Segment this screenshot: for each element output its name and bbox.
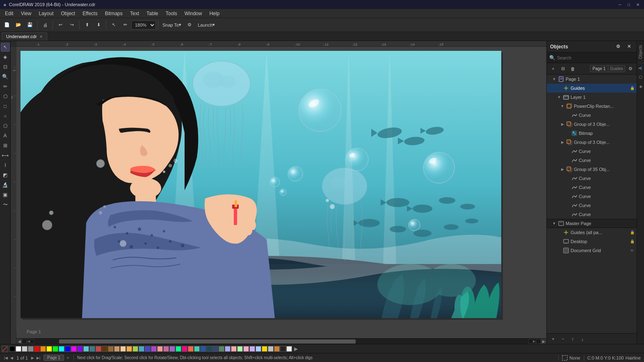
expand-layer1[interactable]: ▼ <box>557 95 562 100</box>
zoom-select[interactable]: 180% <box>131 20 156 30</box>
swatch-seafoam[interactable] <box>194 346 200 352</box>
page-nav-prev-btn[interactable]: ◀ <box>9 356 14 360</box>
obj-tool-layers-view[interactable]: ⊟ <box>558 64 567 73</box>
swatch-blush[interactable] <box>231 346 237 352</box>
tree-item-bitmap[interactable]: Bitmap <box>547 129 637 138</box>
select-tool[interactable]: ↖ <box>108 19 119 31</box>
page1-btn[interactable]: Page 1 <box>590 66 608 72</box>
select-tool-btn[interactable]: ↖ <box>1 43 10 52</box>
page-tab[interactable]: Page 1 <box>43 355 64 361</box>
swatch-red[interactable] <box>34 346 40 352</box>
swatch-coral[interactable] <box>188 346 194 352</box>
swatch-navy[interactable] <box>145 346 151 352</box>
expand-masterpage[interactable]: ▼ <box>552 221 557 226</box>
swatch-darkred[interactable] <box>96 346 101 352</box>
expand-page1[interactable]: ▼ <box>552 77 557 82</box>
freehand-tool[interactable]: ✏ <box>120 19 130 31</box>
tree-item-curve3[interactable]: Curve <box>547 156 637 165</box>
expand-guides[interactable] <box>557 86 562 91</box>
menu-window[interactable]: Window <box>181 10 206 17</box>
menu-tools[interactable]: Tools <box>162 10 180 17</box>
tree-item-curve1[interactable]: Curve <box>547 111 637 120</box>
swatch-sky[interactable] <box>139 346 144 352</box>
interactive-fill-btn[interactable]: ▣ <box>1 190 10 199</box>
swatch-purple[interactable] <box>77 346 83 352</box>
smart-fill-btn[interactable]: ⬡ <box>1 92 10 101</box>
accent-color[interactable]: ◈ <box>637 82 644 92</box>
swatch-mint[interactable] <box>176 346 181 352</box>
swatch-forest[interactable] <box>219 346 224 352</box>
swatch-gray[interactable] <box>28 346 34 352</box>
menu-edit[interactable]: Edit <box>2 10 17 17</box>
swatch-hotpink[interactable] <box>163 346 169 352</box>
menu-layout[interactable]: Layout <box>35 10 57 17</box>
print-button[interactable]: 🖨 <box>40 19 50 31</box>
minimize-button[interactable]: ─ <box>617 2 623 7</box>
tree-item-curve2[interactable]: Curve <box>547 147 637 156</box>
add-page-btn[interactable]: ＋ <box>66 355 70 361</box>
swatch-white[interactable] <box>16 346 21 352</box>
tree-item-powerclip[interactable]: ▼ PowerClip Rectan... <box>547 102 637 111</box>
node-tool-btn[interactable]: ◈ <box>1 52 10 61</box>
swatch-tan[interactable] <box>108 346 114 352</box>
swatch-silver[interactable] <box>268 346 274 352</box>
swatch-lilac[interactable] <box>249 346 255 352</box>
swatch-darkteal[interactable] <box>89 346 95 352</box>
scroll-thumb-h[interactable] <box>59 339 355 344</box>
open-button[interactable]: 📂 <box>13 19 24 31</box>
swatch-orange[interactable] <box>40 346 46 352</box>
swatch-blue[interactable] <box>65 346 71 352</box>
menu-help[interactable]: Help <box>206 10 223 17</box>
tree-item-curve4[interactable]: Curve <box>547 174 637 183</box>
tree-item-layer1[interactable]: ▼ Layer 1 <box>547 93 637 102</box>
docgrid-eye-btn[interactable]: 👁 <box>629 248 635 253</box>
swatch-petal[interactable] <box>243 346 249 352</box>
desktop-lock-btn[interactable]: 🔒 <box>629 239 635 244</box>
guides-btn[interactable]: Guides <box>608 66 625 72</box>
expand-group35[interactable]: ▶ <box>560 167 565 172</box>
accent-properties[interactable]: A <box>637 64 644 72</box>
maximize-button[interactable]: □ <box>626 2 632 7</box>
swatch-teal[interactable] <box>83 346 89 352</box>
new-button[interactable]: 📄 <box>2 19 12 31</box>
obj-tool-new-layer[interactable]: ＋ <box>548 64 557 73</box>
swatch-lavender[interactable] <box>169 346 175 352</box>
swatch-brown[interactable] <box>102 346 107 352</box>
tree-item-curve5[interactable]: Curve <box>547 183 637 192</box>
page-start-btn[interactable]: |◀ <box>22 339 34 343</box>
swatch-slate[interactable] <box>212 346 218 352</box>
obj-tool-delete[interactable]: 🗑 <box>568 64 577 73</box>
crop-tool-btn[interactable]: ⊡ <box>1 62 10 71</box>
tree-item-guides[interactable]: Guides 🔒 <box>547 84 637 93</box>
launch-button[interactable]: Launch ▾ <box>196 19 217 31</box>
freehand-tool-btn[interactable]: ✏ <box>1 82 10 91</box>
scroll-left-btn[interactable]: ◀ <box>16 339 22 344</box>
horizontal-scrollbar[interactable]: ◀ |◀ ▶| ▶ <box>16 338 546 344</box>
swatch-magenta[interactable] <box>71 346 77 352</box>
file-tab[interactable]: Underwater.cdr ✕ <box>2 32 47 41</box>
accent-objects[interactable]: Objects <box>637 43 644 61</box>
swatch-powder[interactable] <box>256 346 261 352</box>
expand-powerclip[interactable]: ▼ <box>560 104 565 109</box>
palette-right-arrow[interactable]: ▶ <box>294 346 298 352</box>
scroll-track-h[interactable] <box>34 339 528 344</box>
page-nav-next-btn[interactable]: ▶ <box>30 356 35 360</box>
export-button[interactable]: ⬇ <box>93 19 104 31</box>
obj-bottom-down-btn[interactable]: ↓ <box>578 335 587 344</box>
menu-object[interactable]: Object <box>58 10 79 17</box>
objects-close-btn[interactable]: ✕ <box>624 42 633 51</box>
tree-item-page1[interactable]: ▼ Page 1 <box>547 75 637 84</box>
objects-settings-btn[interactable]: ⚙ <box>614 42 623 51</box>
import-button[interactable]: ⬆ <box>82 19 92 31</box>
canvas-inner[interactable]: Mark Anthony J. Guzman Page 1 <box>16 47 546 338</box>
swatch-indigo[interactable] <box>200 346 206 352</box>
obj-bottom-up-btn[interactable]: ↑ <box>568 335 577 344</box>
swatch-peach[interactable] <box>120 346 126 352</box>
polygon-tool-btn[interactable]: ⬠ <box>1 121 10 130</box>
canvas-page[interactable]: Mark Anthony J. Guzman <box>21 51 501 318</box>
connector-btn[interactable]: ⌇ <box>1 161 10 170</box>
swatch-gold[interactable] <box>126 346 132 352</box>
swatch-sage[interactable] <box>237 346 243 352</box>
table-tool-btn[interactable]: ⊞ <box>1 141 10 150</box>
tree-item-curve8[interactable]: Curve <box>547 210 637 219</box>
